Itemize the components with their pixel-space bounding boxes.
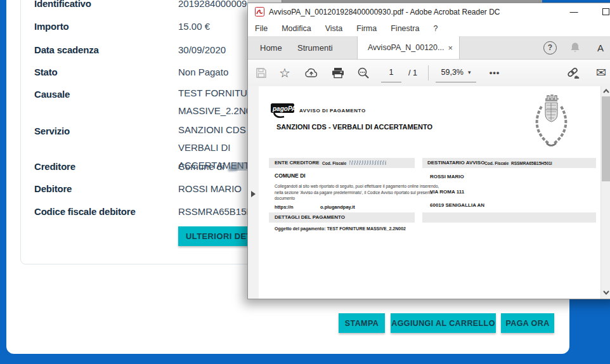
minimize-button[interactable]: — (565, 3, 583, 20)
creditor-cf-redacted (349, 160, 386, 165)
menubar: File Modifica Vista Firma Finestra ? (248, 20, 610, 36)
menu-finestra[interactable]: Finestra (384, 24, 426, 33)
paga-ora-button[interactable]: PAGA ORA (501, 313, 554, 333)
more-tools-button[interactable]: ••• (484, 60, 505, 86)
recipient-cf-label: Cod. Fiscale (484, 161, 509, 166)
aggiungi-al-carrello-button[interactable]: AGGIUNGI AL CARRELLO (391, 313, 496, 333)
share-link-button[interactable] (562, 60, 584, 86)
pdf-page: pagoPA AVVISO DI PAGAMENTO SANZIONI CDS … (259, 86, 600, 299)
scroll-up-icon[interactable] (603, 89, 609, 93)
field-label-importo: Importo (34, 21, 68, 32)
field-label-data-scadenza: Data scadenza (34, 44, 99, 55)
field-value-creditore: Comune diall (178, 161, 257, 172)
toolbar: ☆ 1 / 1 59,3% ▾ (248, 59, 610, 87)
pagopa-logo: pagoPA (270, 103, 298, 120)
creditore-text: Comune di (178, 161, 224, 172)
details-band-right (422, 212, 596, 223)
creditor-info-text: Collegandoti al sito web riportato di se… (275, 183, 439, 202)
menu-modifica[interactable]: Modifica (275, 24, 318, 33)
print-icon (332, 67, 344, 79)
page-count-label: / 1 (404, 60, 422, 86)
save-icon (256, 67, 267, 79)
scrollbar-thumb[interactable] (602, 96, 610, 181)
recipient-address: VIA ROMA 111 (430, 189, 464, 195)
stampa-button[interactable]: STAMPA (339, 313, 385, 333)
nav-pane-toggle-icon[interactable] (251, 191, 256, 197)
pdf-title: SANZIONI CDS - VERBALI DI ACCERTAMENTO (276, 123, 432, 131)
notifications-button[interactable] (570, 36, 580, 59)
cloud-upload-icon (304, 67, 318, 78)
creditor-name: COMUNE DI (275, 172, 306, 179)
menu-vista[interactable]: Vista (318, 24, 350, 33)
menu-help[interactable]: ? (426, 24, 445, 33)
field-label-identificativo: Identificativo (34, 0, 91, 9)
cloud-upload-button[interactable] (301, 60, 321, 86)
field-label-causale: Causale (34, 89, 70, 100)
creditor-section-label: ENTE CREDITORE (275, 160, 320, 166)
zoom-level-value: 59,3% (441, 68, 464, 77)
svg-text:pagoPA: pagoPA (272, 105, 296, 112)
tab-home[interactable]: Home (256, 36, 286, 59)
payment-subject: Oggetto del pagamento: TEST FORNITURE MA… (275, 226, 406, 231)
help-button[interactable]: ? (543, 36, 557, 59)
vertical-scrollbar[interactable] (600, 86, 610, 299)
navigation-pane-strip (248, 86, 259, 299)
search-button[interactable] (353, 60, 373, 86)
toolbar-divider (428, 65, 429, 81)
field-value-data-scadenza: 30/09/2020 (178, 44, 226, 55)
payment-url-prefix: https://n (275, 204, 294, 210)
tab-close-icon[interactable]: × (448, 43, 453, 53)
field-value-stato: Non Pagato (178, 67, 228, 77)
recipient-name: ROSSI MARIO (430, 174, 464, 179)
star-button[interactable]: ☆ (275, 60, 294, 86)
share-link-icon (566, 67, 581, 79)
creditor-cf-label: Cod. Fiscale (322, 161, 346, 166)
window-titlebar[interactable]: AvvisoPA_N_001201928400000930.pdf - Adob… (248, 3, 610, 20)
field-value-identificativo: 201928400000930 (178, 0, 257, 9)
coat-of-arms (531, 93, 571, 152)
save-button[interactable] (252, 60, 271, 86)
help-circle-icon: ? (543, 41, 557, 55)
recipient-section-label: DESTINATARIO AVVISO (427, 160, 484, 166)
tabbar: Home Strumenti AvvisoPA_N_00120... × ? A (248, 36, 610, 59)
maximize-glyph (602, 8, 609, 15)
recipient-city: 60019 SENIGALLIA AN (430, 202, 484, 208)
field-label-codice-fiscale: Codice fiscale debitore (34, 206, 136, 217)
window-title: AvvisoPA_N_001201928400000930.pdf - Adob… (269, 8, 500, 16)
field-value-debitore: ROSSI MARIO (178, 183, 242, 194)
field-label-creditore: Creditore (34, 161, 75, 172)
details-section-label: DETTAGLI DEL PAGAMENTO (275, 214, 345, 220)
pdf-header-label: AVVISO DI PAGAMENTO (299, 108, 366, 114)
menu-firma[interactable]: Firma (349, 24, 384, 33)
tab-strumenti[interactable]: Strumenti (294, 36, 337, 59)
field-label-stato: Stato (34, 67, 58, 77)
page-number-input[interactable]: 1 (381, 63, 401, 82)
account-button[interactable]: A (597, 36, 604, 59)
bell-icon (570, 42, 580, 53)
zoom-level-dropdown[interactable]: 59,3% ▾ (436, 63, 476, 82)
payment-url-suffix: o.plugandpay.it (320, 204, 355, 210)
scroll-down-icon[interactable] (603, 290, 609, 295)
menu-file[interactable]: File (248, 24, 275, 33)
acrobat-reader-window: AvvisoPA_N_001201928400000930.pdf - Adob… (247, 3, 610, 299)
field-label-debitore: Debitore (34, 183, 72, 194)
maximize-button[interactable] (597, 3, 610, 20)
field-label-servizio: Servizio (34, 126, 70, 136)
document-viewer: pagoPA AVVISO DI PAGAMENTO SANZIONI CDS … (248, 86, 610, 299)
caret-down-icon: ▾ (468, 69, 471, 75)
search-icon (357, 67, 370, 79)
recipient-cf-value: RSSMRA65B15H501I (511, 161, 552, 166)
field-value-importo: 15.00 € (178, 21, 210, 32)
pdf-file-icon (255, 7, 264, 16)
tab-document[interactable]: AvvisoPA_N_00120... × (357, 36, 460, 59)
email-button[interactable]: ✉ (590, 60, 610, 86)
tab-document-label: AvvisoPA_N_00120... (368, 43, 444, 52)
print-button[interactable] (328, 60, 348, 86)
